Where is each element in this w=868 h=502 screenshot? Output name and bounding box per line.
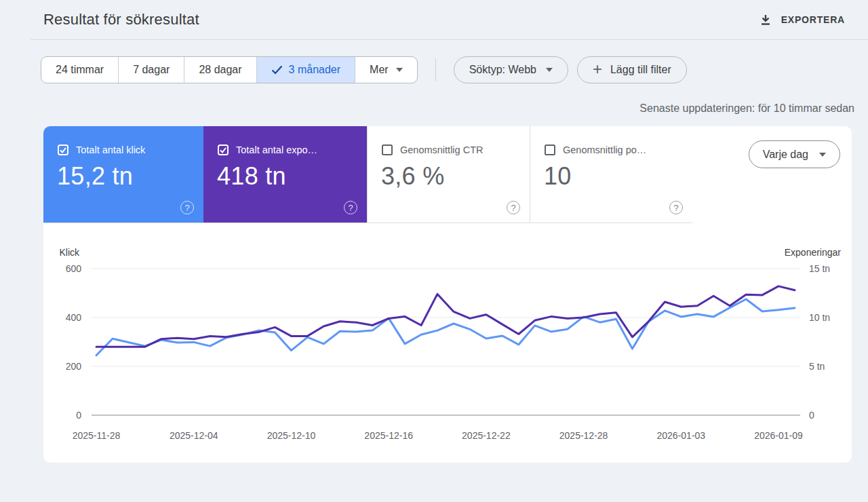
svg-text:200: 200 [66, 361, 82, 372]
metric-tile-total-clicks[interactable]: Totalt antal klick 15,2 tn ? [43, 126, 203, 223]
download-icon [760, 14, 772, 26]
range-24-hours[interactable]: 24 timmar [41, 57, 118, 83]
filter-bar: 24 timmar 7 dagar 28 dagar 3 månader Mer… [41, 56, 868, 83]
checkbox-unchecked-icon[interactable] [544, 144, 556, 156]
range-7-days[interactable]: 7 dagar [118, 57, 184, 83]
last-updated-text: Senaste uppdateringen: för 10 timmar sed… [0, 102, 854, 115]
header-divider [31, 39, 868, 40]
help-icon[interactable]: ? [344, 201, 357, 214]
metric-tile-average-ctr[interactable]: Genomsnittlig CTR 3,6 % ? [367, 126, 530, 223]
add-filter-button[interactable]: + Lägg till filter [577, 56, 687, 83]
svg-text:2025-12-16: 2025-12-16 [364, 430, 413, 441]
chevron-down-icon [546, 68, 553, 72]
svg-text:2025-12-04: 2025-12-04 [170, 430, 218, 441]
page-title: Resultat för sökresultat [43, 11, 199, 28]
checkbox-checked-icon[interactable] [57, 144, 69, 156]
search-type-button[interactable]: Söktyp: Webb [454, 56, 568, 83]
checkbox-unchecked-icon[interactable] [381, 144, 393, 156]
range-7-days-label: 7 dagar [133, 64, 170, 76]
svg-text:2026-01-03: 2026-01-03 [657, 430, 706, 441]
svg-text:600: 600 [66, 263, 82, 274]
checkbox-checked-icon[interactable] [217, 144, 229, 156]
svg-text:5 tn: 5 tn [809, 361, 825, 372]
metric-tile-average-position[interactable]: Genomsnittlig po… 10 ? [530, 126, 692, 223]
svg-text:2025-12-22: 2025-12-22 [462, 430, 511, 441]
chevron-down-icon [396, 68, 403, 72]
add-filter-label: Lägg till filter [610, 64, 671, 76]
metric-value: 10 [544, 162, 692, 191]
page-header: Resultat för sökresultat EXPORTERA [0, 0, 868, 34]
range-28-days[interactable]: 28 dagar [184, 57, 256, 83]
svg-text:0: 0 [809, 410, 814, 421]
range-3-months-label: 3 månader [289, 64, 341, 76]
performance-chart: KlickExponeringar020040060005 tn10 tn15 … [43, 223, 852, 463]
performance-card: Totalt antal klick 15,2 tn ? Totalt anta… [43, 126, 852, 463]
svg-text:2025-12-28: 2025-12-28 [559, 430, 608, 441]
plus-icon: + [593, 62, 602, 76]
filter-separator [435, 58, 436, 81]
metric-tiles: Totalt antal klick 15,2 tn ? Totalt anta… [43, 126, 852, 223]
svg-text:10 tn: 10 tn [809, 312, 830, 323]
export-label: EXPORTERA [781, 14, 845, 25]
range-more[interactable]: Mer [355, 57, 417, 83]
export-button[interactable]: EXPORTERA [757, 9, 848, 30]
tiles-spacer: Varje dag [692, 126, 852, 223]
metric-label: Totalt antal expo… [236, 144, 317, 155]
metric-label: Totalt antal klick [76, 144, 145, 155]
metric-value: 15,2 tn [57, 162, 203, 191]
chevron-down-icon [819, 153, 826, 157]
metric-tile-total-impressions[interactable]: Totalt antal expo… 418 tn ? [203, 126, 367, 223]
svg-text:2026-01-09: 2026-01-09 [754, 430, 803, 441]
help-icon[interactable]: ? [180, 201, 194, 214]
svg-text:Klick: Klick [59, 247, 80, 258]
metric-value: 3,6 % [381, 162, 530, 191]
svg-text:Exponeringar: Exponeringar [785, 247, 842, 258]
svg-text:400: 400 [66, 312, 82, 323]
granularity-label: Varje dag [763, 149, 808, 161]
range-3-months[interactable]: 3 månader [256, 57, 355, 83]
range-24-hours-label: 24 timmar [56, 64, 104, 76]
metric-label: Genomsnittlig po… [563, 144, 646, 155]
metric-value: 418 tn [217, 162, 367, 191]
metric-label: Genomsnittlig CTR [400, 144, 483, 155]
range-more-label: Mer [370, 64, 389, 76]
svg-text:2025-11-28: 2025-11-28 [73, 430, 121, 441]
help-icon[interactable]: ? [669, 201, 683, 214]
svg-text:15 tn: 15 tn [809, 263, 830, 274]
performance-page: Resultat för sökresultat EXPORTERA 24 ti… [0, 0, 868, 463]
svg-text:2025-12-10: 2025-12-10 [267, 430, 316, 441]
check-icon [271, 65, 283, 75]
range-28-days-label: 28 dagar [199, 64, 241, 76]
help-icon[interactable]: ? [507, 201, 520, 214]
granularity-dropdown[interactable]: Varje dag [749, 140, 840, 168]
svg-text:0: 0 [76, 410, 81, 421]
search-type-label: Söktyp: Webb [469, 64, 536, 76]
date-range-control: 24 timmar 7 dagar 28 dagar 3 månader Mer [41, 56, 418, 83]
